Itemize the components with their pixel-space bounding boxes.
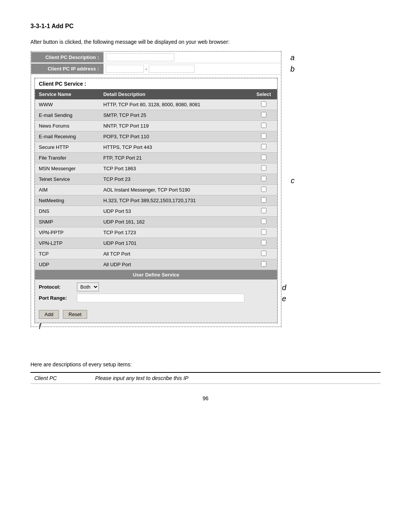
letter-b: b [290,65,295,73]
service-checkbox-10[interactable] [261,208,266,213]
service-checkbox-4[interactable] [261,144,266,149]
page-heading: 3-3-1-1 Add PC [30,23,381,30]
service-detail-cell: TCP Port 1863 [99,163,250,174]
service-name-cell: E-mail Sending [35,110,99,121]
service-detail-cell: All TCP Port [99,249,250,259]
protocol-label: Protocol: [39,284,77,290]
service-name-cell: VPN-L2TP [35,238,99,249]
port-range-input-wrapper [77,294,273,302]
service-select-cell [250,153,277,163]
client-pc-ip-input2[interactable] [149,65,194,73]
service-checkbox-14[interactable] [261,251,266,256]
service-name-cell: UDP [35,259,99,270]
table-row: DNS UDP Port 53 [35,206,277,217]
letter-c: c [291,176,295,185]
service-table: Service Name Detail Description Select W… [35,89,277,270]
table-row: TCP All TCP Port [35,249,277,259]
service-checkbox-6[interactable] [261,165,266,171]
service-section-title: Client PC Service : [35,78,277,89]
client-pc-ip-row: Client PC IP address : - [31,63,281,75]
add-button[interactable]: Add [39,310,59,319]
service-name-cell: WWW [35,99,99,110]
service-select-cell [250,142,277,153]
service-select-cell [250,259,277,270]
table-header-row: Service Name Detail Description Select [35,89,277,99]
service-checkbox-1[interactable] [261,112,266,117]
service-detail-cell: All UDP Port [99,259,250,270]
service-select-cell [250,131,277,142]
service-checkbox-2[interactable] [261,123,266,128]
service-select-cell [250,185,277,195]
client-pc-ip-input-wrapper: - [104,63,281,74]
service-name-cell: SNMP [35,217,99,227]
service-detail-cell: UDP Port 161, 162 [99,217,250,227]
table-row: UDP All UDP Port [35,259,277,270]
service-name-cell: File Transfer [35,153,99,163]
service-checkbox-12[interactable] [261,229,266,235]
table-row: Telnet Service TCP Port 23 [35,174,277,185]
top-fields: Client PC Description : Client PC IP add… [31,52,281,75]
port-range-label: Port Range: [39,295,77,301]
table-row: MSN Messenger TCP Port 1863 [35,163,277,174]
table-row: AIM AOL Instant Messenger, TCP Port 5190 [35,185,277,195]
service-name-cell: AIM [35,185,99,195]
service-select-cell [250,163,277,174]
page-number: 96 [30,395,381,401]
col-header-detail: Detail Description [99,89,250,99]
client-pc-ip-label: Client PC IP address : [31,64,104,74]
col-header-service: Service Name [35,89,99,99]
service-select-cell [250,227,277,238]
service-name-cell: NetMeeting [35,195,99,206]
form-container: Client PC Description : Client PC IP add… [30,51,282,327]
service-detail-cell: FTP, TCP Port 21 [99,153,250,163]
service-detail-cell: POP3, TCP Port 110 [99,131,250,142]
bottom-fields: Protocol: Both TCP UDP d Port Range: [35,280,277,308]
service-checkbox-15[interactable] [261,261,266,267]
service-name-cell: MSN Messenger [35,163,99,174]
table-row: E-mail Receiving POP3, TCP Port 110 [35,131,277,142]
service-select-cell [250,217,277,227]
service-detail-cell: SMTP, TCP Port 25 [99,110,250,121]
col-header-select: Select [250,89,277,99]
service-name-cell: News Forums [35,121,99,131]
client-pc-description-input[interactable] [106,53,174,61]
descriptions-intro: Here are descriptions of every setup ite… [30,361,381,367]
reset-button[interactable]: Reset [63,310,87,319]
table-row: E-mail Sending SMTP, TCP Port 25 [35,110,277,121]
table-row: VPN-PPTP TCP Port 1723 [35,227,277,238]
client-pc-description-row: Client PC Description : [31,52,281,63]
service-name-cell: TCP [35,249,99,259]
letter-e: e [282,294,286,303]
service-select-cell [250,99,277,110]
service-checkbox-11[interactable] [261,219,266,224]
port-range-input[interactable] [77,294,244,302]
service-checkbox-0[interactable] [261,101,266,107]
service-detail-cell: HTTPS, TCP Port 443 [99,142,250,153]
letter-d: d [282,283,286,292]
service-select-cell [250,174,277,185]
ip-separator: - [145,66,147,72]
service-detail-cell: HTTP, TCP Port 80, 3128, 8000, 8080, 808… [99,99,250,110]
service-detail-cell: TCP Port 1723 [99,227,250,238]
service-select-cell [250,206,277,217]
service-checkbox-9[interactable] [261,197,266,203]
client-pc-ip-input1[interactable] [106,65,144,73]
service-name-cell: Secure HTTP [35,142,99,153]
letter-f: f [39,322,41,331]
service-checkbox-8[interactable] [261,187,266,192]
service-select-cell [250,121,277,131]
table-row: News Forums NNTP, TCP Port 119 [35,121,277,131]
service-checkbox-13[interactable] [261,240,266,245]
service-checkbox-5[interactable] [261,155,266,160]
service-checkbox-3[interactable] [261,133,266,139]
service-detail-cell: UDP Port 1701 [99,238,250,249]
service-detail-cell: UDP Port 53 [99,206,250,217]
description-row-client-pc: Client PC Please input any text to descr… [30,372,381,384]
protocol-select[interactable]: Both TCP UDP [77,283,99,291]
service-checkbox-7[interactable] [261,176,266,181]
buttons-row: Add Reset f [35,308,277,323]
service-name-cell: VPN-PPTP [35,227,99,238]
service-name-cell: DNS [35,206,99,217]
client-pc-description-label: Client PC Description : [31,52,104,62]
service-select-cell [250,195,277,206]
